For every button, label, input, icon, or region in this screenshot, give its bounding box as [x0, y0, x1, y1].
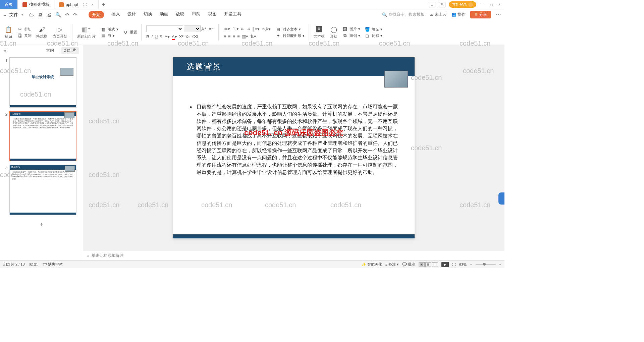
- presentation-mode-icon[interactable]: ⛶: [83, 3, 87, 7]
- increase-font-icon[interactable]: A⁺: [201, 26, 207, 32]
- slides-tab[interactable]: 幻灯片: [61, 47, 79, 54]
- section-button[interactable]: ▤节 ▾: [100, 33, 118, 38]
- collab-button[interactable]: 👥 协作: [451, 12, 466, 17]
- menu-start[interactable]: 开始: [89, 11, 104, 18]
- highlight-button[interactable]: A▾: [164, 34, 170, 39]
- missing-font-button[interactable]: T? 缺失字体: [43, 262, 63, 267]
- menu-transition[interactable]: 切换: [144, 11, 152, 18]
- redo-icon[interactable]: ↷: [73, 12, 77, 17]
- font-family-select[interactable]: [146, 25, 183, 32]
- add-tab-button[interactable]: +: [99, 0, 109, 9]
- format-painter-button[interactable]: 🖌 格式刷: [34, 20, 49, 45]
- menu-insert[interactable]: 插入: [111, 11, 120, 18]
- font-size-select[interactable]: [184, 25, 201, 32]
- layout1-icon[interactable]: 1: [429, 2, 435, 7]
- clear-format-button[interactable]: ⌫: [192, 34, 198, 39]
- slide-corner-image[interactable]: [384, 71, 408, 88]
- notes-bar[interactable]: ≡ 单击此处添加备注: [83, 251, 504, 260]
- print-icon[interactable]: 🖨: [47, 12, 51, 17]
- arrange-button[interactable]: ⧉排列 ▾: [342, 33, 360, 38]
- reading-view-icon[interactable]: ▭: [432, 262, 438, 267]
- menu-design[interactable]: 设计: [127, 11, 136, 18]
- sorter-view-icon[interactable]: ▦: [425, 262, 431, 267]
- underline-button[interactable]: U: [155, 34, 158, 39]
- thumbnail-3[interactable]: 选题意义 当开发软件变成了一个潮流之后，会发现不管做程序开发还是设计自己的语言，…: [9, 165, 76, 215]
- maximize-button[interactable]: □: [489, 2, 494, 7]
- smart-beautify-button[interactable]: ✨ 智能美化: [362, 262, 382, 267]
- add-slide-button[interactable]: +: [3, 218, 80, 231]
- apps-icon[interactable]: ⠿: [439, 2, 445, 7]
- cloud-status[interactable]: ☁ 未上云: [429, 12, 446, 17]
- notes-placeholder[interactable]: 单击此处添加备注: [92, 253, 124, 259]
- layout-button[interactable]: ▦版式 ▾: [100, 27, 118, 32]
- font-color-button[interactable]: A▾: [172, 34, 177, 39]
- from-current-button[interactable]: ▷ 当页开始: [51, 20, 69, 45]
- text-direction-button[interactable]: ⟲A▾: [262, 26, 271, 32]
- slideshow-play-button[interactable]: ▶: [441, 262, 449, 267]
- close-window-button[interactable]: ×: [497, 2, 502, 7]
- outline-tab[interactable]: 大纲: [43, 47, 57, 54]
- menu-slideshow[interactable]: 放映: [176, 11, 184, 18]
- login-button[interactable]: 立即登录: [449, 1, 476, 8]
- file-dropdown-icon[interactable]: ▾: [21, 13, 23, 16]
- align-justify-button[interactable]: ≡: [237, 34, 240, 39]
- shape-button[interactable]: ◯ 形状: [328, 20, 339, 45]
- share-button[interactable]: ⇪ 分享: [470, 11, 491, 18]
- print-preview-icon[interactable]: 🔍: [55, 12, 61, 17]
- numbering-button[interactable]: ⒈▾: [232, 26, 239, 32]
- align-right-button[interactable]: ≡: [233, 34, 235, 39]
- copy-button[interactable]: ⿻复制: [17, 33, 32, 38]
- bullets-button[interactable]: ≔▾: [223, 26, 230, 32]
- minimize-button[interactable]: —: [480, 2, 486, 7]
- comments-button[interactable]: 💬 批注: [402, 262, 415, 267]
- current-slide[interactable]: 选题背景 目前整个社会发展的速度，严重依赖于互联网，如果没有了互联网的存在，市场…: [173, 57, 415, 238]
- slide-body[interactable]: 目前整个社会发展的速度，严重依赖于互联网，如果没有了互联网的存在，市场可能会一蹶…: [173, 76, 415, 183]
- vertical-align-button[interactable]: ⇅▾: [250, 34, 256, 39]
- superscript-button[interactable]: X²: [179, 34, 183, 39]
- zoom-slider[interactable]: [476, 264, 496, 265]
- line-spacing-button[interactable]: ‖≡▾: [252, 26, 260, 32]
- more-menu[interactable]: ⋯: [496, 11, 501, 18]
- new-slide-button[interactable]: ▥⁺ 新建幻灯片: [75, 20, 98, 45]
- indent-right-button[interactable]: ⇥: [247, 26, 250, 32]
- reset-button[interactable]: ↺重置: [122, 30, 137, 35]
- open-icon[interactable]: 🗁: [29, 12, 34, 17]
- normal-view-icon[interactable]: ▣: [419, 262, 425, 267]
- fit-icon[interactable]: ⛶: [452, 263, 456, 267]
- thumbnail-1[interactable]: 毕业设计系统: [9, 57, 76, 108]
- slide-title[interactable]: 选题背景: [186, 61, 221, 72]
- tab-document[interactable]: ppt.ppt ⛶ ×: [54, 0, 99, 9]
- subscript-button[interactable]: X₂: [185, 34, 190, 39]
- tab-template[interactable]: 找稻壳模板: [18, 0, 54, 9]
- indent-left-button[interactable]: ⇤: [241, 26, 245, 32]
- picture-button[interactable]: 🖼图片 ▾: [342, 26, 360, 32]
- tab-home[interactable]: 首页: [0, 0, 18, 9]
- cut-button[interactable]: ✂剪切: [17, 27, 32, 32]
- command-search[interactable]: 🔍 查找命令、搜索模板: [382, 12, 425, 17]
- file-menu[interactable]: 文件: [9, 12, 18, 18]
- smart-shape-button[interactable]: ✦转智能图形 ▾: [275, 33, 305, 38]
- menu-review[interactable]: 审阅: [192, 11, 201, 18]
- right-side-tab[interactable]: [498, 192, 504, 205]
- outline-button[interactable]: ◻轮廓 ▾: [364, 33, 382, 38]
- close-tab-icon[interactable]: ×: [91, 2, 94, 7]
- collapse-panel-icon[interactable]: «: [4, 48, 6, 53]
- slide-canvas[interactable]: 选题背景 目前整个社会发展的速度，严重依赖于互联网，如果没有了互联网的存在，市场…: [83, 45, 504, 251]
- columns-button[interactable]: ▥▾: [242, 34, 248, 39]
- menu-developer[interactable]: 开发工具: [224, 11, 241, 18]
- thumbnail-2[interactable]: 选题背景 日前整个社会发展的速度，严重依赖于互联网，如果没有了互联网的存在，市场…: [9, 111, 76, 161]
- italic-button[interactable]: I: [151, 34, 153, 39]
- save-icon[interactable]: 🖶: [38, 12, 43, 17]
- align-text-button[interactable]: ⊟对齐文本 ▾: [275, 27, 305, 32]
- zoom-in-button[interactable]: +: [499, 263, 501, 267]
- menu-view[interactable]: 视图: [208, 11, 217, 18]
- bold-button[interactable]: B: [146, 34, 149, 39]
- align-left-button[interactable]: ≡: [223, 34, 226, 39]
- slide-bullet-text[interactable]: 目前整个社会发展的速度，严重依赖于互联网，如果没有了互联网的存在，市场可能会一蹶…: [190, 103, 398, 176]
- zoom-out-button[interactable]: −: [470, 263, 472, 267]
- notes-toggle-button[interactable]: ≡ 备注 ▾: [385, 262, 399, 267]
- textbox-button[interactable]: 🅰 文本框: [312, 20, 327, 45]
- zoom-level[interactable]: 63%: [459, 263, 467, 267]
- hamburger-icon[interactable]: ≡: [3, 12, 6, 17]
- undo-icon[interactable]: ↶: [65, 12, 69, 17]
